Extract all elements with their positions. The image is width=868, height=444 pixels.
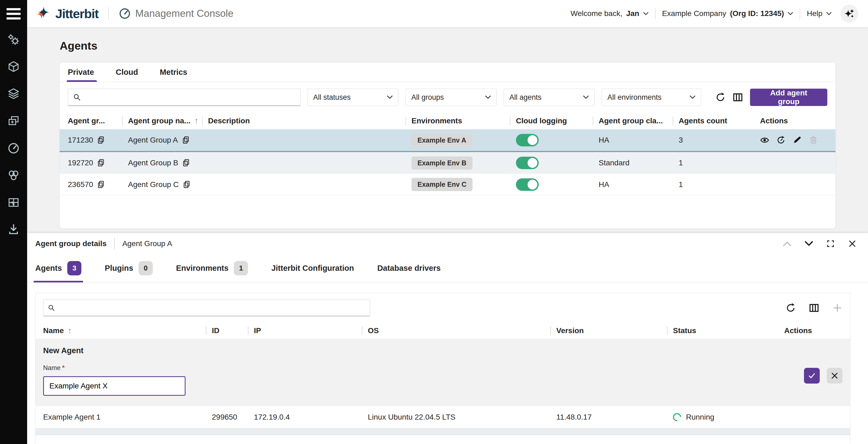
- col-agent-group-class[interactable]: Agent group cla...: [593, 116, 673, 125]
- copy-icon[interactable]: [97, 180, 105, 189]
- download-icon[interactable]: [7, 224, 20, 236]
- col-id[interactable]: ID: [206, 327, 248, 335]
- agents-search-input[interactable]: [59, 304, 365, 312]
- copy-icon[interactable]: [182, 136, 190, 144]
- chevron-up-icon: [783, 239, 792, 248]
- cloud-logging-toggle[interactable]: [516, 134, 539, 146]
- layers-icon[interactable]: [7, 88, 20, 100]
- chevron-down-icon: [387, 95, 393, 99]
- col-agents-count[interactable]: Agents count: [673, 116, 754, 125]
- search-input[interactable]: [85, 93, 296, 102]
- tab-database-drivers[interactable]: Database drivers: [377, 254, 441, 282]
- col-actions: Actions: [778, 327, 841, 335]
- table-row[interactable]: Example Agent 1 299650 172.19.0.4 Linux …: [35, 406, 850, 428]
- org-id: (Org ID: 12345): [730, 9, 784, 18]
- statuses-select[interactable]: All statuses: [308, 89, 399, 106]
- groups-select[interactable]: All groups: [405, 89, 497, 106]
- details-subtitle: Agent Group A: [122, 239, 172, 248]
- page-title: Agents: [60, 40, 835, 52]
- col-os[interactable]: OS: [362, 327, 550, 335]
- puzzle-icon[interactable]: [7, 196, 20, 209]
- tab-cloud[interactable]: Cloud: [116, 63, 138, 82]
- company-name: Example Company: [662, 9, 726, 18]
- edit-icon[interactable]: [793, 136, 802, 145]
- new-agent-name-input[interactable]: [43, 376, 186, 396]
- col-name[interactable]: Name↑: [43, 326, 206, 336]
- details-tabs: Agents 3 Plugins 0 Environments 1 Jitter…: [27, 254, 868, 282]
- agents-header-row: Name↑ ID IP OS Version Status Actions: [35, 323, 850, 339]
- next-row-cutoff: [35, 428, 850, 435]
- environments-select[interactable]: All environments: [601, 89, 701, 106]
- restore-icon[interactable]: [776, 136, 785, 145]
- status-text: Running: [686, 413, 714, 421]
- chevron-down-icon[interactable]: [805, 239, 813, 248]
- col-environments[interactable]: Environments: [405, 116, 510, 125]
- chevron-down-icon: [485, 95, 491, 99]
- col-ip[interactable]: IP: [248, 327, 362, 335]
- menu-icon[interactable]: [6, 8, 21, 20]
- settings-gears-icon[interactable]: [7, 34, 20, 46]
- search-icon: [73, 93, 81, 101]
- environment-chip: Example Env A: [411, 134, 472, 147]
- refresh-icon[interactable]: [785, 303, 796, 313]
- cancel-new-agent-button[interactable]: [827, 368, 842, 383]
- table-row[interactable]: 171230 Agent Group A Example Env A HA 3: [60, 129, 835, 152]
- add-agent-icon: [832, 303, 842, 313]
- refresh-icon[interactable]: [715, 92, 725, 102]
- left-nav-sidebar: [0, 0, 27, 444]
- copy-icon[interactable]: [182, 159, 190, 167]
- ai-assistant-button[interactable]: [840, 5, 858, 23]
- col-status[interactable]: Status: [667, 327, 778, 335]
- table-row[interactable]: 192720 Agent Group B Example Env B Stand…: [60, 152, 835, 174]
- close-icon[interactable]: [848, 239, 857, 248]
- columns-icon[interactable]: [733, 92, 743, 102]
- col-agent-group-id[interactable]: Agent gr...: [68, 116, 122, 125]
- cube-icon[interactable]: [7, 61, 20, 73]
- fullscreen-icon[interactable]: [826, 239, 835, 248]
- integration-loops-icon[interactable]: [7, 169, 20, 182]
- cloud-logging-toggle[interactable]: [516, 178, 539, 191]
- cloud-logging-toggle[interactable]: [516, 157, 539, 169]
- copy-icon[interactable]: [97, 159, 105, 167]
- count-badge: 3: [67, 261, 82, 275]
- tab-private[interactable]: Private: [68, 63, 94, 82]
- help-label: Help: [807, 9, 823, 18]
- col-version[interactable]: Version: [550, 327, 667, 335]
- count-badge: 1: [234, 261, 248, 275]
- tab-metrics[interactable]: Metrics: [160, 63, 187, 82]
- agent-groups-search: [68, 89, 301, 106]
- required-asterisk: *: [62, 364, 65, 371]
- console-label: Management Console: [135, 8, 234, 19]
- copy-icon[interactable]: [183, 180, 191, 189]
- tab-agents[interactable]: Agents 3: [35, 254, 82, 282]
- tab-plugins[interactable]: Plugins 0: [105, 254, 153, 282]
- confirm-new-agent-button[interactable]: [804, 368, 820, 383]
- tab-environments[interactable]: Environments 1: [176, 254, 248, 282]
- gauge-icon[interactable]: [7, 142, 20, 155]
- columns-icon[interactable]: [809, 303, 819, 313]
- duplicate-add-icon[interactable]: [7, 115, 20, 127]
- help-menu[interactable]: Help: [807, 9, 832, 18]
- col-actions: Actions: [754, 116, 827, 125]
- add-agent-group-button[interactable]: Add agent group: [750, 89, 827, 106]
- org-menu[interactable]: Example Company (Org ID: 12345): [662, 9, 794, 18]
- agents-toolbar: [35, 293, 850, 323]
- agents-table-container: Name↑ ID IP OS Version Status Actions Ne…: [35, 293, 850, 444]
- filter-toolbar: All statuses All groups All agents All e…: [60, 82, 835, 112]
- agent-groups-header-row: Agent gr... Agent group na...↑ Descripti…: [60, 112, 835, 129]
- chevron-down-icon: [583, 95, 589, 99]
- gauge-icon: [119, 7, 131, 20]
- table-row[interactable]: 236570 Agent Group C Example Env C HA 1: [60, 174, 835, 196]
- user-menu[interactable]: Welcome back, Jan: [571, 9, 649, 18]
- tab-jitterbit-configuration[interactable]: Jitterbit Configuration: [271, 254, 354, 282]
- view-icon[interactable]: [760, 136, 769, 145]
- new-agent-form: New Agent Name*: [35, 339, 850, 406]
- copy-icon[interactable]: [97, 136, 105, 144]
- col-cloud-logging[interactable]: Cloud logging: [510, 116, 593, 125]
- col-agent-group-name[interactable]: Agent group na...↑: [122, 116, 202, 126]
- details-body: Name↑ ID IP OS Version Status Actions Ne…: [27, 282, 868, 444]
- col-description[interactable]: Description: [202, 116, 405, 125]
- agents-select[interactable]: All agents: [504, 89, 595, 106]
- welcome-text: Welcome back,: [571, 9, 622, 18]
- brand-name: Jitterbit: [55, 6, 98, 21]
